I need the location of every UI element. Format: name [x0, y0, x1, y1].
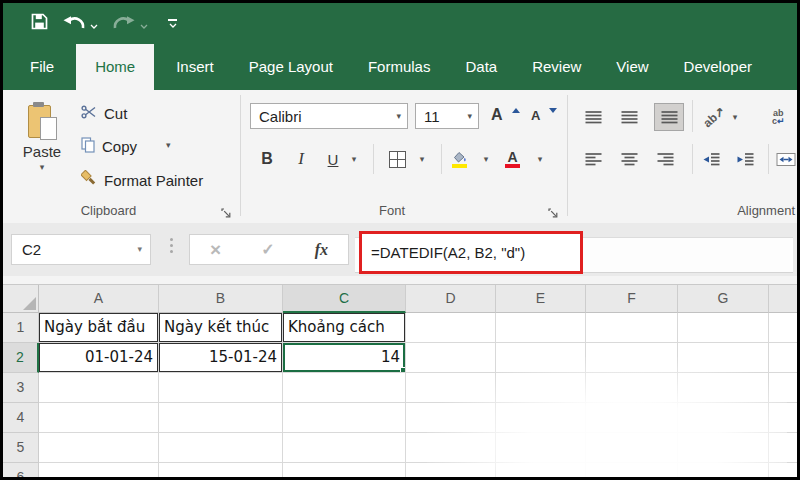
align-left-button[interactable]	[584, 145, 603, 173]
cell-D4[interactable]	[406, 403, 496, 433]
tab-formulas[interactable]: Formulas	[355, 44, 444, 90]
col-header-D[interactable]: D	[406, 285, 496, 313]
col-header-G[interactable]: G	[678, 285, 769, 313]
row-header-6[interactable]: 6	[3, 463, 39, 477]
cell-B5[interactable]	[159, 433, 283, 463]
cell-A6[interactable]	[39, 463, 159, 477]
cell-E5[interactable]	[496, 433, 586, 463]
row-header-2[interactable]: 2	[3, 343, 39, 373]
formula-bar-resize-handle[interactable]	[170, 238, 173, 253]
cell-D2[interactable]	[406, 343, 496, 373]
clipboard-dialog-launcher-icon[interactable]	[221, 205, 233, 217]
cell-C5[interactable]	[283, 433, 406, 463]
cell-C2-selected[interactable]: 14	[283, 343, 406, 373]
cell-C4[interactable]	[283, 403, 406, 433]
cell-H3-partial[interactable]	[769, 373, 797, 403]
orientation-button[interactable]: ab↗	[702, 103, 726, 131]
name-box-dropdown-icon[interactable]: ▾	[137, 245, 142, 254]
cell-B6[interactable]	[159, 463, 283, 477]
col-header-B[interactable]: B	[159, 285, 283, 313]
redo-button[interactable]	[112, 10, 148, 38]
tab-view[interactable]: View	[603, 44, 661, 90]
cell-B4[interactable]	[159, 403, 283, 433]
cell-F2[interactable]	[586, 343, 678, 373]
font-dialog-launcher-icon[interactable]	[548, 205, 560, 217]
cell-H1-partial[interactable]	[769, 313, 797, 343]
underline-button[interactable]: U	[321, 145, 345, 173]
font-name-combo[interactable]: Calibri ▾	[250, 103, 408, 129]
cell-D1[interactable]	[406, 313, 496, 343]
cell-E3[interactable]	[496, 373, 586, 403]
undo-button[interactable]	[62, 10, 98, 38]
middle-align-button[interactable]	[620, 103, 639, 131]
row-header-4[interactable]: 4	[3, 403, 39, 433]
fill-color-dropdown-icon[interactable]: ▾	[479, 145, 493, 173]
cell-A1[interactable]: Ngày bắt đầu	[39, 313, 159, 343]
paste-dropdown-icon[interactable]: ▾	[40, 163, 45, 172]
tab-home[interactable]: Home	[76, 44, 154, 90]
cell-H6-partial[interactable]	[769, 463, 797, 477]
tab-page-layout[interactable]: Page Layout	[236, 44, 346, 90]
italic-button[interactable]: I	[289, 145, 313, 173]
row-header-5[interactable]: 5	[3, 433, 39, 463]
cell-F5[interactable]	[586, 433, 678, 463]
cell-A2[interactable]: 01-01-24	[39, 343, 159, 373]
col-header-A[interactable]: A	[39, 285, 159, 313]
col-header-C[interactable]: C	[283, 285, 406, 313]
cell-H2-partial[interactable]	[769, 343, 797, 373]
decrease-font-size-button[interactable]: A	[531, 103, 557, 127]
decrease-indent-button[interactable]	[702, 145, 721, 173]
cell-E4[interactable]	[496, 403, 586, 433]
cut-button[interactable]: Cut	[81, 101, 127, 125]
bottom-align-button[interactable]	[654, 103, 684, 131]
align-right-button[interactable]	[656, 145, 675, 173]
select-all-corner[interactable]	[3, 285, 39, 313]
cell-B2[interactable]: 15-01-24	[159, 343, 283, 373]
name-box[interactable]: C2 ▾	[11, 234, 151, 265]
wrap-text-button[interactable]: ab c↵	[772, 103, 785, 131]
cell-G1[interactable]	[678, 313, 769, 343]
cell-F3[interactable]	[586, 373, 678, 403]
cell-G4[interactable]	[678, 403, 769, 433]
orientation-dropdown-icon[interactable]: ▾	[728, 103, 742, 131]
cell-C1[interactable]: Khoảng cách	[283, 313, 406, 343]
cell-E2[interactable]	[496, 343, 586, 373]
cell-A4[interactable]	[39, 403, 159, 433]
cell-D5[interactable]	[406, 433, 496, 463]
col-header-F[interactable]: F	[586, 285, 678, 313]
cell-E1[interactable]	[496, 313, 586, 343]
cell-G2[interactable]	[678, 343, 769, 373]
cell-H5-partial[interactable]	[769, 433, 797, 463]
copy-button[interactable]: Copy	[81, 134, 137, 158]
bold-button[interactable]: B	[253, 145, 281, 173]
fill-color-button[interactable]	[451, 145, 468, 173]
cell-H4-partial[interactable]	[769, 403, 797, 433]
cancel-icon[interactable]: ×	[210, 239, 221, 261]
cell-F1[interactable]	[586, 313, 678, 343]
fill-handle[interactable]	[400, 367, 406, 373]
copy-dropdown-icon[interactable]: ▾	[166, 141, 171, 150]
cell-G6[interactable]	[678, 463, 769, 477]
cell-F4[interactable]	[586, 403, 678, 433]
insert-function-icon[interactable]: fx	[315, 241, 328, 259]
cell-C3[interactable]	[283, 373, 406, 403]
font-size-combo[interactable]: 11 ▾	[415, 103, 479, 129]
increase-indent-button[interactable]	[736, 145, 755, 173]
col-header-E[interactable]: E	[496, 285, 586, 313]
col-header-partial[interactable]	[769, 285, 797, 313]
increase-font-size-button[interactable]: A	[491, 103, 520, 127]
cell-B3[interactable]	[159, 373, 283, 403]
row-header-1[interactable]: 1	[3, 313, 39, 343]
tab-developer[interactable]: Developer	[671, 44, 765, 90]
borders-dropdown-icon[interactable]: ▾	[415, 145, 429, 173]
row-header-3[interactable]: 3	[3, 373, 39, 403]
font-color-dropdown-icon[interactable]: ▾	[533, 145, 547, 173]
font-color-button[interactable]: A	[505, 145, 520, 173]
cell-G5[interactable]	[678, 433, 769, 463]
center-button[interactable]	[620, 145, 639, 173]
format-painter-button[interactable]: Format Painter	[81, 168, 203, 192]
cell-D3[interactable]	[406, 373, 496, 403]
cell-C6[interactable]	[283, 463, 406, 477]
tab-data[interactable]: Data	[452, 44, 510, 90]
cell-A3[interactable]	[39, 373, 159, 403]
